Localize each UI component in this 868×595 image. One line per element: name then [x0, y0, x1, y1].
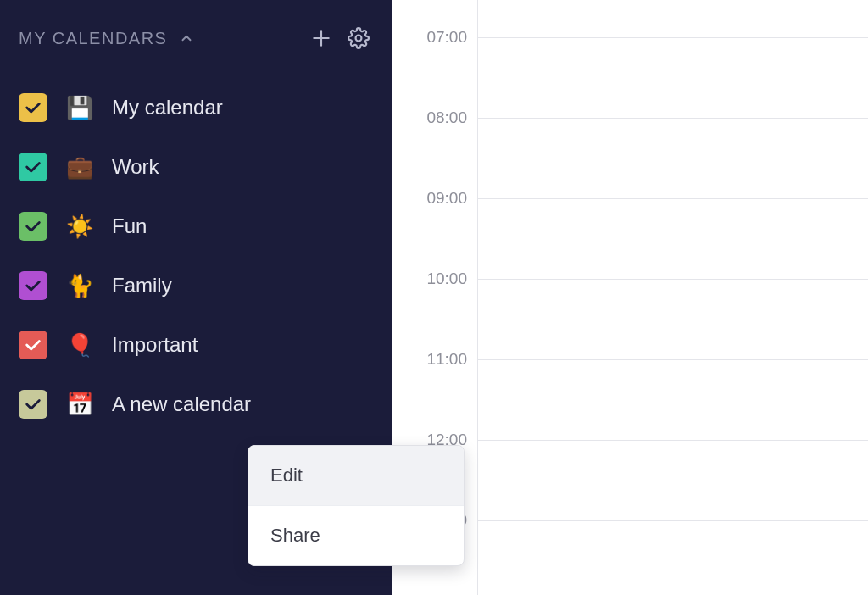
calendar-checkbox[interactable] [19, 93, 47, 122]
calendar-label: Work [112, 155, 159, 179]
check-icon [24, 98, 42, 117]
time-label: 14:00 [392, 592, 467, 595]
grid-line [478, 198, 868, 199]
calendar-emoji-icon: 💾 [66, 95, 93, 121]
check-icon [24, 217, 42, 236]
time-label: 11:00 [392, 350, 467, 369]
check-icon [24, 336, 42, 354]
check-icon [24, 158, 42, 176]
check-icon [24, 395, 42, 414]
calendar-checkbox[interactable] [19, 271, 47, 300]
grid-line [478, 520, 868, 521]
calendar-checkbox[interactable] [19, 390, 47, 419]
check-icon [24, 276, 42, 295]
calendar-checkbox[interactable] [19, 331, 47, 359]
grid-line [478, 440, 868, 441]
calendar-emoji-icon: 📅 [66, 392, 93, 418]
chevron-up-icon [179, 31, 194, 46]
time-label: 09:00 [392, 189, 467, 208]
gear-icon [348, 27, 370, 49]
plus-icon [310, 27, 332, 49]
calendar-item[interactable]: 🎈Important [19, 331, 373, 359]
calendar-item[interactable]: 💾My calendar [19, 93, 373, 122]
calendar-item[interactable]: 🐈Family [19, 271, 373, 300]
calendar-emoji-icon: 🐈 [66, 273, 93, 299]
svg-point-2 [356, 36, 362, 42]
my-calendars-title: MY CALENDARS [19, 29, 167, 48]
calendar-list: 💾My calendar💼Work☀️Fun🐈Family🎈Important📅… [19, 93, 373, 419]
calendar-label: Important [112, 333, 198, 357]
calendar-emoji-icon: 💼 [66, 154, 93, 181]
grid-line [478, 118, 868, 119]
calendar-emoji-icon: 🎈 [66, 332, 93, 359]
calendar-label: Family [112, 274, 172, 298]
calendar-item[interactable]: 💼Work [19, 153, 373, 181]
time-label: 10:00 [392, 270, 467, 288]
grid-lines[interactable] [478, 0, 868, 595]
calendar-emoji-icon: ☀️ [66, 214, 93, 240]
add-calendar-button[interactable] [307, 24, 336, 53]
calendar-label: A new calendar [112, 392, 251, 416]
calendar-checkbox[interactable] [19, 153, 47, 181]
grid-line [478, 359, 868, 360]
calendar-context-menu: EditShare [248, 445, 465, 566]
time-label: 08:00 [392, 108, 467, 127]
calendar-item[interactable]: 📅A new calendar [19, 390, 373, 419]
time-label: 07:00 [392, 28, 467, 47]
calendar-settings-button[interactable] [344, 24, 373, 53]
calendar-item[interactable]: ☀️Fun [19, 212, 373, 241]
calendar-label: My calendar [112, 96, 223, 120]
context-menu-item-edit[interactable]: Edit [248, 446, 464, 505]
grid-line [478, 279, 868, 280]
grid-line [478, 37, 868, 38]
context-menu-item-share[interactable]: Share [248, 505, 464, 565]
my-calendars-header[interactable]: MY CALENDARS [19, 24, 373, 53]
calendar-label: Fun [112, 214, 147, 238]
calendar-checkbox[interactable] [19, 212, 47, 241]
